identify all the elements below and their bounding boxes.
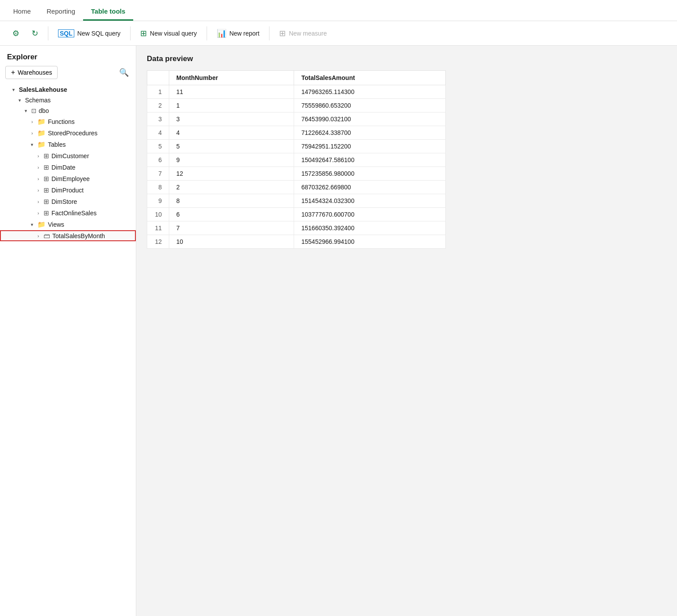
cell-row-num: 2 bbox=[147, 99, 169, 112]
report-icon: 📊 bbox=[217, 29, 226, 37]
new-sql-query-button[interactable]: SQL New SQL query bbox=[53, 27, 126, 40]
chevron-schemas: ▾ bbox=[17, 98, 23, 103]
tab-table-tools[interactable]: Table tools bbox=[83, 0, 133, 21]
table-icon-dimemployee: ⊞ bbox=[44, 175, 49, 183]
toolbar: ⚙ ↻ SQL New SQL query ⊞ New visual query… bbox=[0, 21, 677, 46]
cell-row-num: 6 bbox=[147, 153, 169, 167]
chevron-storedprocedures: › bbox=[29, 130, 35, 136]
view-icon-totalsalesbymonth: 🗃 bbox=[44, 232, 50, 239]
cell-month: 3 bbox=[169, 112, 294, 126]
divider-3 bbox=[207, 26, 207, 40]
cell-sales: 150492647.586100 bbox=[294, 153, 446, 167]
tree-item-saleslakehouse[interactable]: ▾ SalesLakehouse bbox=[0, 84, 136, 95]
explorer-tree: ▾ SalesLakehouse ▾ Schemas ▾ ⊡ dbo › 📁 F… bbox=[0, 84, 136, 246]
tree-item-dimcustomer[interactable]: › ⊞ DimCustomer bbox=[0, 150, 136, 162]
cell-row-num: 5 bbox=[147, 140, 169, 153]
cell-sales: 151454324.032300 bbox=[294, 194, 446, 208]
cell-sales: 71226624.338700 bbox=[294, 126, 446, 140]
measure-icon: ⊞ bbox=[279, 29, 286, 37]
tree-item-dimstore[interactable]: › ⊞ DimStore bbox=[0, 196, 136, 207]
folder-icon-tables: 📁 bbox=[37, 141, 46, 149]
divider-4 bbox=[269, 26, 269, 40]
cell-month: 10 bbox=[169, 235, 294, 249]
visual-query-icon: ⊞ bbox=[140, 29, 147, 37]
cell-month: 5 bbox=[169, 140, 294, 153]
tree-item-dimdate[interactable]: › ⊞ DimDate bbox=[0, 162, 136, 173]
table-row: 2 1 75559860.653200 bbox=[147, 99, 446, 112]
tree-item-storedprocedures[interactable]: › 📁 StoredProcedures bbox=[0, 127, 136, 139]
label-tables: Tables bbox=[48, 141, 132, 148]
cell-month: 9 bbox=[169, 153, 294, 167]
table-row: 4 4 71226624.338700 bbox=[147, 126, 446, 140]
label-dimcustomer: DimCustomer bbox=[51, 152, 132, 159]
label-dimstore: DimStore bbox=[51, 198, 132, 205]
folder-icon-views: 📁 bbox=[37, 221, 46, 228]
cell-month: 4 bbox=[169, 126, 294, 140]
table-row: 7 12 157235856.980000 bbox=[147, 167, 446, 181]
label-dbo: dbo bbox=[39, 107, 132, 114]
tree-item-totalsalesbymonth[interactable]: › 🗃 TotalSalesByMonth bbox=[0, 230, 136, 241]
chevron-views: ▾ bbox=[29, 222, 35, 228]
tree-item-functions[interactable]: › 📁 Functions bbox=[0, 116, 136, 127]
cell-sales: 68703262.669800 bbox=[294, 181, 446, 194]
tree-item-schemas[interactable]: ▾ Schemas bbox=[0, 95, 136, 105]
label-schemas: Schemas bbox=[25, 97, 132, 104]
label-dimproduct: DimProduct bbox=[51, 187, 132, 194]
tab-bar: Home Reporting Table tools bbox=[0, 0, 677, 21]
refresh-icon: ↻ bbox=[32, 29, 38, 37]
cell-row-num: 4 bbox=[147, 126, 169, 140]
cell-month: 12 bbox=[169, 167, 294, 181]
col-header-month: MonthNumber bbox=[169, 71, 294, 85]
cell-sales: 151660350.392400 bbox=[294, 221, 446, 235]
explorer-panel: Explorer + Warehouses 🔍 ▾ SalesLakehouse… bbox=[0, 46, 136, 616]
tab-reporting[interactable]: Reporting bbox=[39, 0, 83, 21]
new-visual-query-button[interactable]: ⊞ New visual query bbox=[135, 27, 202, 40]
label-dimemployee: DimEmployee bbox=[51, 175, 132, 182]
search-button[interactable]: 🔍 bbox=[117, 66, 131, 79]
cell-row-num: 1 bbox=[147, 85, 169, 99]
tree-item-dimproduct[interactable]: › ⊞ DimProduct bbox=[0, 185, 136, 196]
label-totalsalesbymonth: TotalSalesByMonth bbox=[52, 232, 132, 239]
refresh-button[interactable]: ↻ bbox=[26, 27, 44, 40]
label-functions: Functions bbox=[48, 118, 132, 125]
chevron-dimdate: › bbox=[35, 165, 41, 170]
label-storedprocedures: StoredProcedures bbox=[48, 130, 132, 137]
table-row: 6 9 150492647.586100 bbox=[147, 153, 446, 167]
chevron-dbo: ▾ bbox=[23, 108, 29, 114]
gear-button[interactable]: ⚙ bbox=[7, 27, 25, 40]
search-icon: 🔍 bbox=[119, 68, 129, 77]
cell-month: 7 bbox=[169, 221, 294, 235]
cell-sales: 103777670.600700 bbox=[294, 208, 446, 221]
cell-row-num: 7 bbox=[147, 167, 169, 181]
new-measure-button[interactable]: ⊞ New measure bbox=[274, 27, 332, 40]
main-layout: Explorer + Warehouses 🔍 ▾ SalesLakehouse… bbox=[0, 46, 677, 616]
tree-item-views[interactable]: ▾ 📁 Views bbox=[0, 219, 136, 230]
schema-icon: ⊡ bbox=[31, 107, 36, 114]
tab-home[interactable]: Home bbox=[5, 0, 39, 21]
gear-icon: ⚙ bbox=[12, 29, 19, 37]
cell-month: 11 bbox=[169, 85, 294, 99]
tree-item-dbo[interactable]: ▾ ⊡ dbo bbox=[0, 105, 136, 116]
cell-row-num: 12 bbox=[147, 235, 169, 249]
chevron-dimstore: › bbox=[35, 199, 41, 204]
warehouses-button[interactable]: + Warehouses bbox=[5, 66, 58, 79]
table-row: 10 6 103777670.600700 bbox=[147, 208, 446, 221]
new-report-button[interactable]: 📊 New report bbox=[211, 27, 265, 40]
cell-row-num: 8 bbox=[147, 181, 169, 194]
chevron-saleslakehouse: ▾ bbox=[11, 87, 17, 93]
divider-1 bbox=[48, 26, 48, 40]
table-row: 12 10 155452966.994100 bbox=[147, 235, 446, 249]
chevron-dimproduct: › bbox=[35, 188, 41, 193]
tree-item-factonlinesales[interactable]: › ⊞ FactOnlineSales bbox=[0, 207, 136, 219]
cell-row-num: 10 bbox=[147, 208, 169, 221]
table-icon-factonlinesales: ⊞ bbox=[44, 209, 49, 217]
table-row: 1 11 147963265.114300 bbox=[147, 85, 446, 99]
tree-item-tables[interactable]: ▾ 📁 Tables bbox=[0, 139, 136, 150]
cell-sales: 157235856.980000 bbox=[294, 167, 446, 181]
chevron-factonlinesales: › bbox=[35, 210, 41, 216]
cell-month: 2 bbox=[169, 181, 294, 194]
explorer-title: Explorer bbox=[0, 46, 136, 66]
label-dimdate: DimDate bbox=[51, 164, 132, 171]
tree-item-dimemployee[interactable]: › ⊞ DimEmployee bbox=[0, 173, 136, 185]
data-panel: Data preview MonthNumber TotalSalesAmoun… bbox=[136, 46, 677, 616]
